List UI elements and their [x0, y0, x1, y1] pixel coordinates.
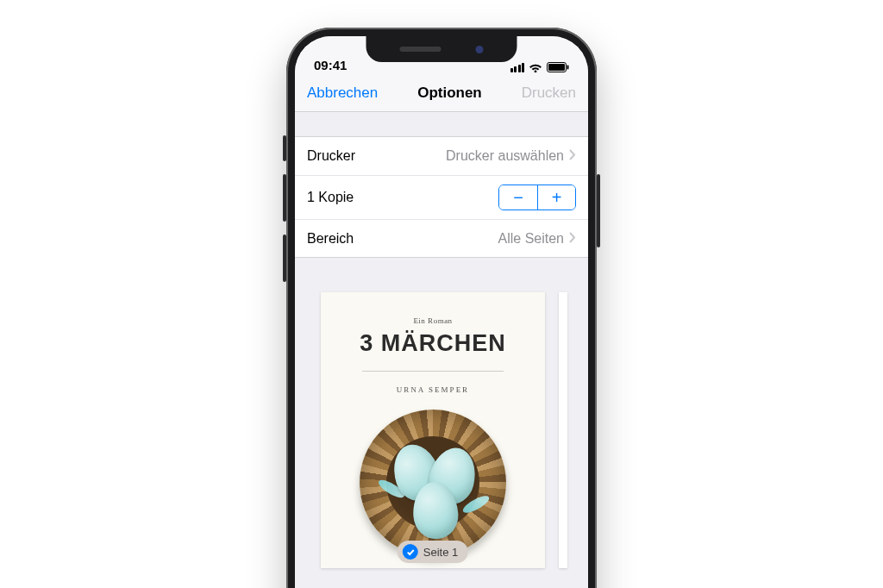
side-button: [283, 235, 286, 282]
svg-rect-1: [548, 64, 565, 71]
screen: 09:41 Abbrechen Optionen Drucken: [295, 36, 588, 588]
page-thumb-1[interactable]: Ein Roman 3 MÄRCHEN URNA SEMPER: [321, 292, 545, 568]
divider: [362, 371, 504, 372]
stepper-minus-button[interactable]: −: [499, 185, 537, 210]
nav-bar: Abbrechen Optionen Drucken: [295, 74, 588, 112]
side-button: [597, 174, 600, 247]
notch: [366, 36, 517, 62]
speaker-grille: [400, 47, 442, 52]
side-button: [283, 174, 286, 222]
copies-label: 1 Kopie: [307, 190, 354, 205]
print-options-list: Drucker Drucker auswählen 1 Kopie − + Be…: [295, 136, 588, 258]
nav-title: Optionen: [417, 84, 482, 102]
range-row[interactable]: Bereich Alle Seiten: [295, 219, 588, 257]
stepper-plus-button[interactable]: +: [537, 185, 575, 210]
battery-icon: [547, 62, 569, 72]
clock: 09:41: [314, 58, 347, 72]
printer-row[interactable]: Drucker Drucker auswählen: [295, 137, 588, 175]
range-value: Alle Seiten: [498, 231, 577, 247]
page-selected-badge[interactable]: Seite 1: [398, 541, 468, 563]
chevron-right-icon: [569, 231, 576, 247]
page-tag-label: Seite 1: [423, 546, 458, 559]
wifi-icon: [529, 62, 542, 72]
doc-author: URNA SEMPER: [336, 385, 529, 394]
status-indicators: [510, 62, 570, 72]
range-label: Bereich: [307, 231, 354, 247]
page-preview-scroll[interactable]: Ein Roman 3 MÄRCHEN URNA SEMPER: [295, 258, 588, 568]
doc-title: 3 MÄRCHEN: [336, 330, 529, 357]
copies-stepper: − +: [498, 185, 576, 210]
chevron-right-icon: [569, 148, 576, 164]
iphone-frame: 09:41 Abbrechen Optionen Drucken: [286, 28, 597, 588]
copies-row: 1 Kopie − +: [295, 175, 588, 219]
print-button[interactable]: Drucken: [522, 84, 576, 102]
cover-illustration: [336, 410, 529, 556]
svg-rect-2: [567, 66, 569, 70]
page-thumb-2-peek[interactable]: [559, 292, 567, 568]
cellular-icon: [510, 63, 525, 72]
front-camera: [476, 46, 484, 53]
printer-value: Drucker auswählen: [446, 148, 576, 164]
cancel-button[interactable]: Abbrechen: [307, 84, 378, 102]
checkmark-icon: [403, 544, 418, 560]
printer-label: Drucker: [307, 148, 355, 164]
side-button: [283, 135, 286, 161]
doc-subtitle: Ein Roman: [336, 316, 529, 325]
